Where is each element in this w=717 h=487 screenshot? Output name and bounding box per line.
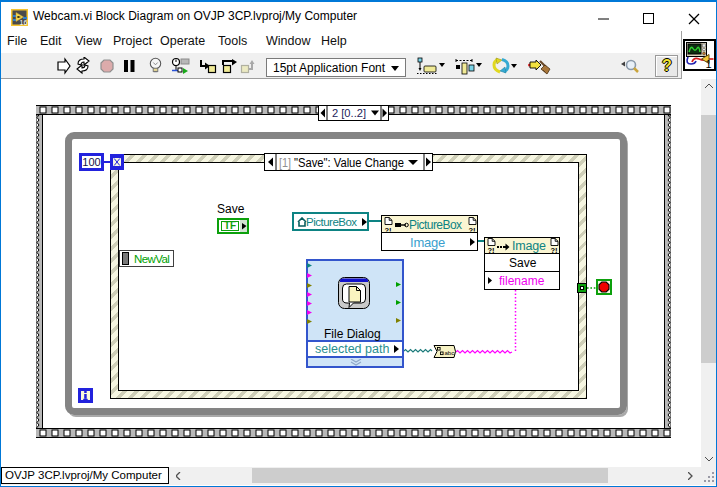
svg-text:1: 1 <box>706 58 712 69</box>
svg-text:[1]: [1] <box>279 156 291 170</box>
svg-text:?!: ?! <box>385 226 392 234</box>
svg-text:?!: ?! <box>469 226 476 234</box>
svg-text:?!: ?! <box>488 246 495 254</box>
svg-text:?!: ?! <box>551 246 558 254</box>
svg-text:"Save": Value Change: "Save": Value Change <box>294 156 404 170</box>
svg-text:2 [0..2]: 2 [0..2] <box>332 107 366 119</box>
svg-text:abc: abc <box>445 350 455 356</box>
svg-text:16: 16 <box>20 19 28 26</box>
